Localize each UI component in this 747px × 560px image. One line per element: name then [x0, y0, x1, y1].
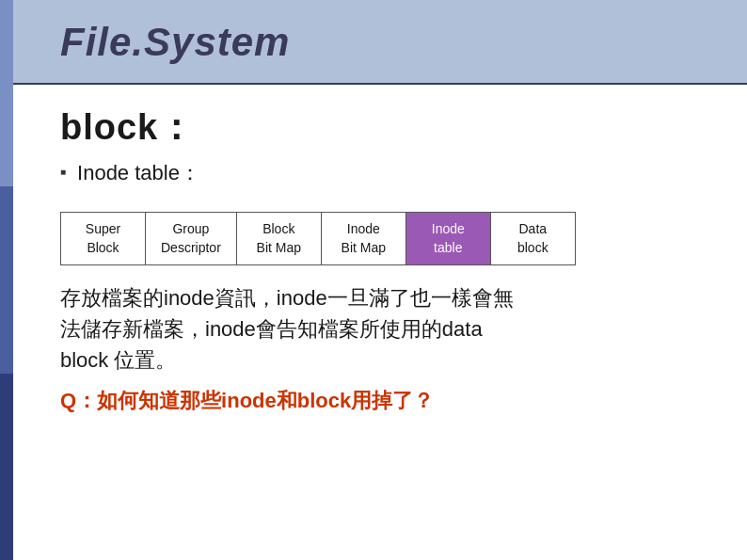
- table-cell-block-bit-map: BlockBit Map: [237, 213, 322, 264]
- accent-segment-bot: [0, 374, 13, 560]
- main-content: block： ■ Inode table： SuperBlock GroupDe…: [13, 85, 747, 560]
- filesystem-table: SuperBlock GroupDescriptor BlockBit Map …: [60, 212, 576, 265]
- table-cell-data-block: Datablock: [491, 213, 576, 264]
- table-cell-group-descriptor: GroupDescriptor: [146, 213, 237, 264]
- table-cell-inode-table: Inodetable: [406, 213, 491, 264]
- table-cell-super-block: SuperBlock: [61, 213, 146, 264]
- accent-bar: [0, 0, 13, 560]
- body-line2: 法儲存新檔案，inode會告知檔案所使用的data: [60, 317, 483, 341]
- bullet-dot: ■: [60, 161, 66, 177]
- question-text: Q：如何知道那些inode和block用掉了？: [60, 385, 709, 416]
- header: File.System: [13, 0, 747, 85]
- table-cell-inode-bit-map: InodeBit Map: [322, 213, 406, 264]
- body-text: 存放檔案的inode資訊，inode一旦滿了也一樣會無 法儲存新檔案，inode…: [60, 282, 709, 376]
- section-title: block：: [60, 104, 709, 152]
- bullet-label: Inode table：: [77, 159, 200, 187]
- body-line3: block 位置。: [60, 348, 176, 372]
- body-line1: 存放檔案的inode資訊，inode一旦滿了也一樣會無: [60, 286, 514, 310]
- page-title: File.System: [60, 20, 290, 65]
- bullet-item-inode-table: ■ Inode table：: [60, 159, 709, 187]
- accent-segment-mid: [0, 186, 13, 373]
- accent-segment-top: [0, 0, 13, 186]
